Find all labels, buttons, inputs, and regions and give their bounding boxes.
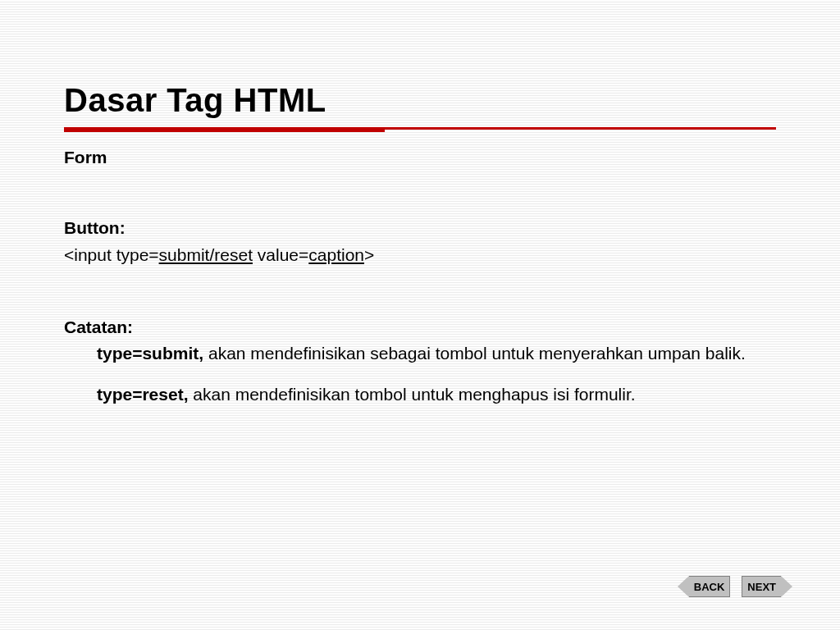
next-button[interactable]: NEXT	[742, 576, 792, 597]
heading-button: Button:	[64, 217, 776, 239]
note-reset-lead: type=reset,	[97, 385, 188, 404]
note-submit-lead: type=submit,	[97, 344, 203, 363]
title-underline	[64, 127, 776, 132]
body-content: Form Button: <input type=submit/reset va…	[64, 147, 776, 406]
arrow-left-icon	[678, 576, 689, 597]
slide-content: Dasar Tag HTML Form Button: <input type=…	[0, 0, 840, 406]
code-prefix: <input type=	[64, 245, 159, 264]
nav-buttons: BACK NEXT	[678, 576, 792, 597]
note-submit: type=submit, akan mendefinisikan sebagai…	[97, 343, 776, 364]
note-reset-body: akan mendefinisikan tombol untuk menghap…	[188, 385, 635, 404]
code-type-value: submit/reset	[159, 245, 253, 264]
heading-notes: Catatan:	[64, 317, 776, 338]
code-mid: value=	[253, 245, 308, 264]
note-reset: type=reset, akan mendefinisikan tombol u…	[97, 384, 776, 405]
back-button-label: BACK	[689, 576, 731, 597]
slide-title: Dasar Tag HTML	[64, 82, 776, 119]
arrow-right-icon	[781, 576, 792, 597]
note-submit-body: akan mendefinisikan sebagai tombol untuk…	[203, 344, 746, 363]
next-button-label: NEXT	[742, 576, 781, 597]
code-value-value: caption	[308, 245, 364, 264]
back-button[interactable]: BACK	[678, 576, 731, 597]
code-example: <input type=submit/reset value=caption>	[64, 244, 776, 266]
heading-form: Form	[64, 147, 776, 168]
code-suffix: >	[364, 245, 374, 264]
